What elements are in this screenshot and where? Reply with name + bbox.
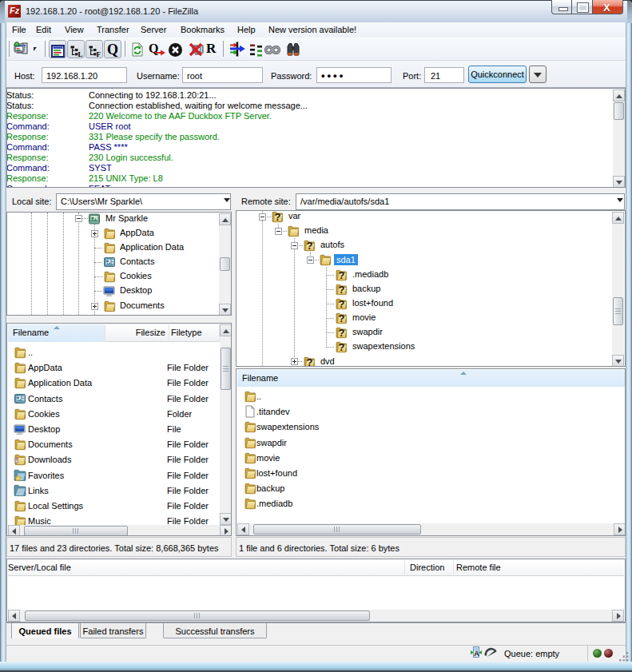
svg-text:F: F	[97, 50, 101, 58]
svg-text:A: A	[474, 650, 479, 658]
svg-text:L: L	[78, 50, 83, 58]
